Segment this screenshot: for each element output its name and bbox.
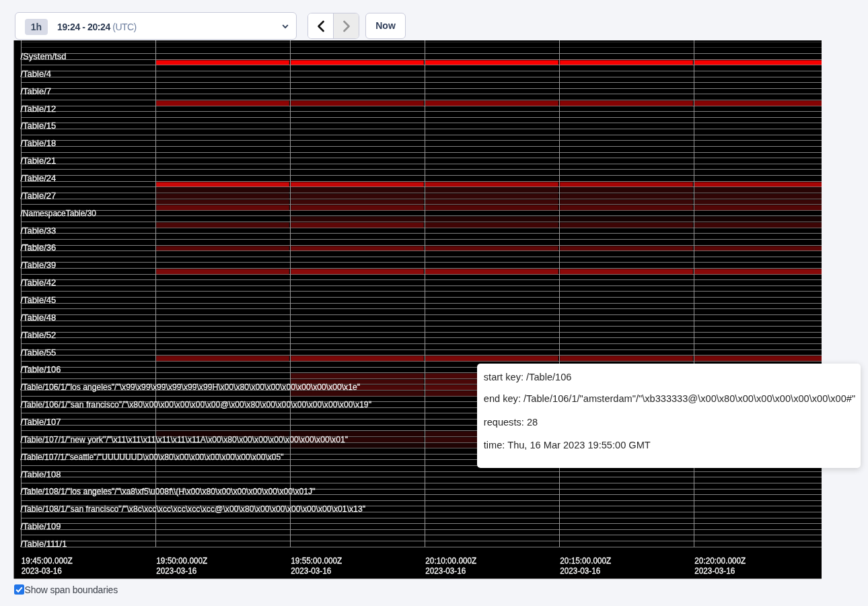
svg-text:/Table/55: /Table/55: [21, 347, 57, 358]
svg-text:/Table/36: /Table/36: [21, 242, 57, 252]
svg-text:/Table/45: /Table/45: [21, 295, 57, 305]
svg-text:2023-03-16: 2023-03-16: [425, 566, 466, 576]
svg-text:/Table/106/1/"los angeles"/"\x: /Table/106/1/"los angeles"/"\x99\x99\x99…: [21, 382, 361, 392]
svg-text:2023-03-16: 2023-03-16: [560, 566, 600, 576]
svg-text:19:55:00.000Z: 19:55:00.000Z: [291, 556, 342, 566]
svg-text:/Table/108/1/"san francisco"/": /Table/108/1/"san francisco"/"\x8c\xcc\x…: [21, 504, 366, 514]
svg-text:2023-03-16: 2023-03-16: [694, 566, 735, 576]
svg-text:/Table/7: /Table/7: [21, 86, 52, 96]
svg-text:/Table/15: /Table/15: [21, 121, 57, 131]
svg-text:20:15:00.000Z: 20:15:00.000Z: [560, 556, 611, 566]
svg-text:/Table/109: /Table/109: [21, 521, 61, 531]
svg-text:/Table/107/1/"new york"/"\x11\: /Table/107/1/"new york"/"\x11\x11\x11\x1…: [21, 434, 349, 444]
svg-text:19:50:00.000Z: 19:50:00.000Z: [156, 556, 207, 566]
svg-text:/Table/106: /Table/106: [21, 364, 61, 374]
svg-text:/Table/52: /Table/52: [21, 330, 57, 340]
svg-text:/NamespaceTable/30: /NamespaceTable/30: [21, 208, 97, 218]
svg-text:/Table/21: /Table/21: [21, 156, 57, 166]
svg-text:/Table/12: /Table/12: [21, 104, 57, 114]
svg-text:20:10:00.000Z: 20:10:00.000Z: [425, 556, 476, 566]
svg-text:2023-03-16: 2023-03-16: [156, 566, 196, 576]
svg-text:/Table/106/1/"san francisco"/": /Table/106/1/"san francisco"/"\x80\x00\x…: [21, 399, 372, 409]
svg-text:/Table/27: /Table/27: [21, 191, 57, 201]
svg-text:/Table/108: /Table/108: [21, 469, 61, 479]
svg-text:2023-03-16: 2023-03-16: [291, 566, 331, 576]
svg-text:/Table/33: /Table/33: [21, 226, 57, 236]
svg-text:/Table/4: /Table/4: [21, 69, 52, 79]
svg-text:20:20:00.000Z: 20:20:00.000Z: [694, 556, 746, 566]
svg-text:/Table/107: /Table/107: [21, 417, 61, 427]
svg-text:/Table/24: /Table/24: [21, 173, 57, 183]
svg-text:/System/tsd: /System/tsd: [21, 51, 67, 61]
svg-text:/Table/107/1/"seattle"/"UUUUUU: /Table/107/1/"seattle"/"UUUUUUD\x00\x80\…: [21, 452, 284, 462]
svg-text:19:45:00.000Z: 19:45:00.000Z: [22, 556, 73, 566]
svg-text:2023-03-16: 2023-03-16: [22, 566, 62, 576]
svg-text:/Table/42: /Table/42: [21, 277, 57, 288]
svg-text:/Table/108/1/"los angeles"/"\x: /Table/108/1/"los angeles"/"\xa8\xf5\u00…: [21, 486, 316, 496]
svg-text:/Table/18: /Table/18: [21, 138, 57, 148]
svg-text:/Table/111/1: /Table/111/1: [21, 539, 67, 549]
svg-text:/Table/48: /Table/48: [21, 312, 57, 323]
svg-text:/Table/39: /Table/39: [21, 260, 57, 270]
